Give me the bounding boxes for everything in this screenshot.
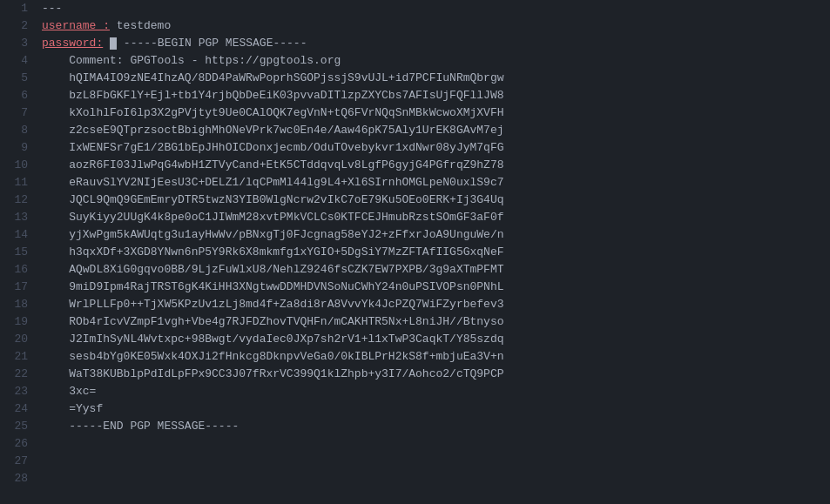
code-line-15: yjXwPgm5kAWUqtg3u1ayHwWv/pBNxgTj0FJcgnag… bbox=[42, 226, 821, 244]
code-line-13: JQCL9QmQ9GEmEmryDTR5twzN3YIB0WlgNcrw2vIk… bbox=[42, 192, 821, 209]
editor-container: 1234567891011121314151617181920212223242… bbox=[0, 0, 830, 504]
code-line-21: J2ImIhSyNL4Wvtxpc+98Bwgt/vydaIec0JXp7sh2… bbox=[42, 331, 821, 348]
key-label-line-3: password: bbox=[42, 37, 103, 50]
line-number-9: 9 bbox=[0, 139, 35, 157]
scrollbar[interactable] bbox=[821, 0, 830, 504]
line-numbers: 1234567891011121314151617181920212223242… bbox=[0, 0, 35, 504]
code-line-7: bzL8FbGKFlY+Ejl+tb1Y4rjbQbDeEiK03pvvaDIT… bbox=[42, 87, 821, 104]
code-line-8: kXolhlFoI6lp3X2gPVjtyt9Ue0CAlOQK7egVnN+t… bbox=[42, 104, 821, 122]
value-text-line-2: testdemo bbox=[110, 19, 171, 32]
line-number-6: 6 bbox=[0, 87, 35, 104]
line-number-17: 17 bbox=[0, 279, 35, 296]
code-line-23: WaT38KUBblpPdIdLpFPx9CC3J07fRxrVC399Q1kl… bbox=[42, 366, 821, 383]
line-number-3: 3 bbox=[0, 35, 35, 52]
line-number-4: 4 bbox=[0, 52, 35, 70]
code-line-25: =Yysf bbox=[42, 400, 821, 418]
rest-text: -----BEGIN PGP MESSAGE----- bbox=[117, 37, 307, 50]
line-number-24: 24 bbox=[0, 400, 35, 418]
code-line-18: 9miD9Ipm4RajTRST6gK4KiHH3XNgtwwDDMHDVNSo… bbox=[42, 279, 821, 296]
line-number-7: 7 bbox=[0, 104, 35, 122]
line-number-14: 14 bbox=[0, 226, 35, 244]
value-text-line-3: -----BEGIN PGP MESSAGE----- bbox=[103, 37, 307, 50]
code-line-12: eRauvSlYV2NIjEesU3C+DELZ1/lqCPmMl44lg9L4… bbox=[42, 174, 821, 192]
line-number-23: 23 bbox=[0, 383, 35, 400]
code-line-10: IxWENFSr7gE1/2BG1bEpJHhOICDonxjecmb/OduT… bbox=[42, 139, 821, 157]
code-area[interactable]: ---username : testdemopassword: -----BEG… bbox=[35, 0, 821, 504]
line-number-21: 21 bbox=[0, 348, 35, 366]
line-number-28: 28 bbox=[0, 470, 35, 487]
code-line-9: z2cseE9QTprzsoctBbighMhONeVPrk7wc0En4e/A… bbox=[42, 122, 821, 139]
code-line-27 bbox=[42, 435, 821, 453]
line-number-27: 27 bbox=[0, 453, 35, 470]
line-number-2: 2 bbox=[0, 17, 35, 35]
line-number-19: 19 bbox=[0, 313, 35, 331]
line-number-26: 26 bbox=[0, 435, 35, 453]
line-number-12: 12 bbox=[0, 192, 35, 209]
code-line-19: WrlPLLFp0++TjXW5KPzUv1zLj8md4f+Za8di8rA8… bbox=[42, 296, 821, 313]
line-number-16: 16 bbox=[0, 261, 35, 279]
text-cursor bbox=[110, 37, 117, 50]
line-number-15: 15 bbox=[0, 244, 35, 261]
line-number-18: 18 bbox=[0, 296, 35, 313]
code-line-24: 3xc= bbox=[42, 383, 821, 400]
code-line-14: SuyKiyy2UUgK4k8pe0oC1JIWmM28xvtPMkVCLCs0… bbox=[42, 209, 821, 226]
code-line-3: password: -----BEGIN PGP MESSAGE----- bbox=[42, 35, 821, 52]
line-number-1: 1 bbox=[0, 0, 35, 17]
line-number-13: 13 bbox=[0, 209, 35, 226]
code-line-2: username : testdemo bbox=[42, 17, 821, 35]
line-number-11: 11 bbox=[0, 174, 35, 192]
code-line-26: -----END PGP MESSAGE----- bbox=[42, 418, 821, 435]
line-number-8: 8 bbox=[0, 122, 35, 139]
line-number-25: 25 bbox=[0, 418, 35, 435]
key-label-line-2: username : bbox=[42, 19, 110, 32]
code-line-17: AQwDL8XiG0gqvo0BB/9LjzFuWlxU8/NehlZ9246f… bbox=[42, 261, 821, 279]
code-line-11: aozR6FI03JlwPqG4wbH1ZTVyCand+EtK5CTddqvq… bbox=[42, 157, 821, 174]
line-number-10: 10 bbox=[0, 157, 35, 174]
code-line-4: Comment: GPGTools - https://gpgtools.org bbox=[42, 52, 821, 70]
code-line-16: h3qxXDf+3XGD8YNwn6nP5Y9Rk6X8mkmfg1xYGIO+… bbox=[42, 244, 821, 261]
code-line-22: sesb4bYg0KE05Wxk4OXJi2fHnkcg8DknpvVeGa0/… bbox=[42, 348, 821, 366]
code-line-1: --- bbox=[42, 0, 821, 17]
code-line-20: ROb4rIcvVZmpF1vgh+Vbe4g7RJFDZhovTVQHFn/m… bbox=[42, 313, 821, 331]
code-line-6: hQIMA4IO9zNE4IhzAQ/8DD4PaWRwPoprhSGOPjss… bbox=[42, 70, 821, 87]
line-number-5: 5 bbox=[0, 70, 35, 87]
line-number-20: 20 bbox=[0, 331, 35, 348]
line-number-22: 22 bbox=[0, 366, 35, 383]
